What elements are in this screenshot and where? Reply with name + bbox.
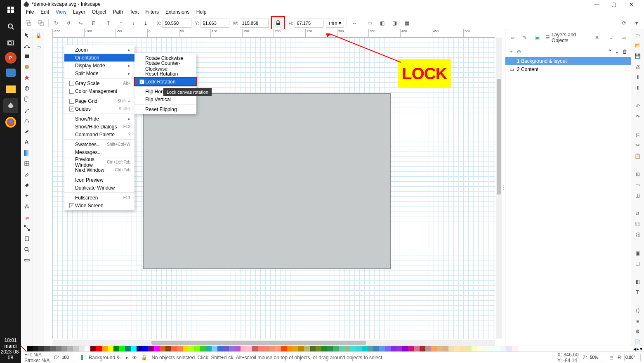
calligraphy-tool[interactable] (22, 127, 31, 136)
lpe-tool[interactable] (22, 234, 31, 243)
menu-duplicate-window[interactable]: Duplicate Window (64, 184, 134, 192)
swatch[interactable] (448, 346, 454, 351)
lower-icon[interactable]: ↓ (128, 18, 138, 28)
flip-v-icon[interactable]: ⇵ (88, 18, 98, 28)
swatch[interactable] (194, 346, 200, 351)
x-input[interactable] (163, 19, 191, 28)
minimize-button[interactable]: — (590, 1, 603, 7)
swatch[interactable] (414, 346, 420, 351)
swatch[interactable] (356, 346, 362, 351)
layer-up-icon[interactable]: ⌃ (608, 49, 612, 55)
swatch[interactable] (229, 346, 235, 351)
menu-object[interactable]: Object (90, 8, 109, 16)
swatch[interactable] (391, 346, 396, 351)
swatch[interactable] (200, 346, 206, 351)
menu-display-mode[interactable]: Display Mode▸ (64, 62, 134, 69)
fillstroke-icon[interactable]: ◧ (633, 279, 642, 285)
menu-show-hide-dialogs[interactable]: Show/Hide DialogsF12 (64, 123, 134, 130)
swatch[interactable] (506, 346, 512, 351)
swatch[interactable] (368, 346, 373, 351)
swatch[interactable] (44, 346, 50, 351)
swatch[interactable] (212, 346, 217, 351)
swatch[interactable] (489, 346, 495, 351)
menu-help[interactable]: Help (194, 8, 209, 16)
rect-tool[interactable] (22, 52, 31, 61)
swatch[interactable] (102, 346, 108, 351)
add-sublayer-icon[interactable]: ⊕ (517, 49, 521, 55)
tb-layers2-icon[interactable] (36, 18, 46, 28)
swatch[interactable] (287, 346, 293, 351)
lock-ratio-button[interactable] (273, 18, 283, 28)
text-tool[interactable]: A (22, 138, 31, 147)
swatch[interactable] (108, 346, 113, 351)
textfont-icon[interactable]: T (633, 289, 642, 296)
copy-icon[interactable]: ⎘ (633, 132, 642, 138)
chrome-icon[interactable] (3, 115, 18, 130)
layer-down-icon[interactable]: ⌄ (615, 49, 619, 55)
swatch[interactable] (304, 346, 310, 351)
menu-view[interactable]: View (53, 8, 69, 16)
h-input[interactable] (295, 19, 323, 28)
palette-menu-icon[interactable]: ▾ (640, 346, 642, 352)
scale-stroke-icon[interactable]: ▭ (365, 18, 375, 28)
swatch[interactable] (472, 346, 477, 351)
swatch[interactable] (119, 346, 125, 351)
menu-split-mode[interactable]: Split Mode▸ (64, 69, 134, 77)
swatch[interactable] (235, 346, 241, 351)
ruler-horizontal[interactable]: -150-100-5005010015020025030035040045050… (52, 29, 495, 38)
group-icon[interactable]: ▣ (633, 250, 642, 256)
swatch[interactable] (50, 346, 56, 351)
inkscape-taskbar-icon[interactable] (3, 98, 18, 113)
swatch[interactable] (425, 346, 431, 351)
add-tab-icon[interactable]: ▱ (509, 33, 517, 42)
swatch[interactable] (269, 346, 275, 351)
menu-messages[interactable]: Messages... (64, 148, 134, 156)
swatch[interactable] (38, 346, 44, 351)
maximize-button[interactable]: ▢ (608, 1, 620, 7)
taskbar-clock[interactable]: 18:01 mardi 2023-08-08 (0, 337, 21, 363)
measure-tool[interactable] (22, 256, 31, 265)
swatch[interactable] (160, 346, 165, 351)
menu-guides[interactable]: GuidesShift+| (64, 105, 134, 113)
cut-icon[interactable]: ✂ (633, 142, 642, 149)
menu-prev-window[interactable]: Previous WindowCtrl+Left Tab (64, 158, 134, 166)
ruler-vertical[interactable] (44, 38, 52, 339)
swatch[interactable] (90, 346, 96, 351)
duplicate-icon[interactable]: ⧉ (633, 211, 642, 217)
swatch[interactable] (298, 346, 304, 351)
swatch[interactable] (350, 346, 356, 351)
menu-color-mgmt[interactable]: Color Management (64, 87, 134, 95)
zoom-preset-icon[interactable]: ⊟ (609, 355, 613, 361)
snap-bbox-icon[interactable]: ▭ (34, 43, 43, 52)
connector-tool[interactable] (22, 223, 31, 233)
powerpoint-icon[interactable]: P (5, 52, 17, 64)
status-layer[interactable]: 1 Background &...▾ (81, 355, 128, 361)
lower-bottom-icon[interactable]: ⤓ (141, 18, 151, 28)
swatch[interactable] (495, 346, 500, 351)
snap-lock-icon[interactable]: 🔒 (34, 31, 43, 40)
swatch[interactable] (148, 346, 154, 351)
swatch[interactable] (113, 346, 119, 351)
close-button[interactable]: ✕ (625, 1, 637, 7)
scale-corners-icon[interactable]: ◧ (377, 18, 387, 28)
xml-icon[interactable]: ⟨⟩ (633, 307, 642, 314)
menu-zoom[interactable]: Zoom▸ (64, 46, 134, 54)
swatch[interactable] (483, 346, 489, 351)
zoom-draw-icon[interactable]: ◫ (633, 192, 642, 199)
swatch[interactable] (206, 346, 212, 351)
swatch-none[interactable] (21, 346, 27, 351)
close-tab-icon[interactable]: ✕ (595, 35, 599, 40)
new-doc-icon[interactable]: ▭ (633, 32, 642, 38)
swatch[interactable] (154, 346, 160, 351)
spiral-tool[interactable] (22, 95, 31, 104)
swatch[interactable] (125, 346, 131, 351)
swatch[interactable] (344, 346, 350, 351)
submenu-rotate-ccw[interactable]: Rotate Counter-Clockwise (134, 62, 196, 70)
panel-splitter[interactable]: ⋮ (502, 29, 505, 346)
y-input[interactable] (201, 19, 229, 28)
swatch[interactable] (420, 346, 425, 351)
swatch[interactable] (293, 346, 298, 351)
document-page[interactable] (143, 93, 391, 269)
menu-file[interactable]: File (24, 8, 36, 16)
rotate-ccw-icon[interactable]: ↺ (64, 18, 73, 28)
